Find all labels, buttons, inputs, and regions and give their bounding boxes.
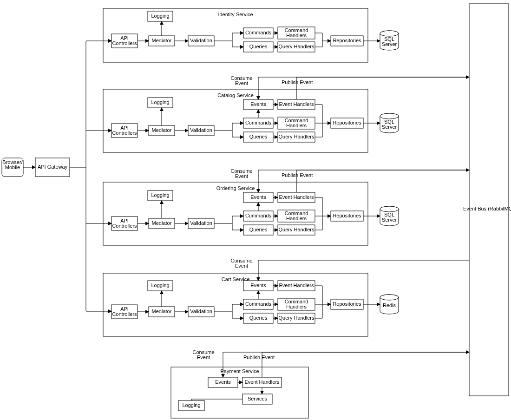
svg-text:Event Handlers: Event Handlers (279, 282, 314, 288)
svg-text:Queries: Queries (249, 315, 268, 321)
svg-text:Mediator: Mediator (152, 308, 172, 314)
svg-text:Queries: Queries (249, 227, 268, 232)
svg-text:ConsumeEvent: ConsumeEvent (230, 168, 252, 178)
svg-text:CommandHandlers: CommandHandlers (285, 117, 308, 128)
svg-text:CommandHandlers: CommandHandlers (285, 27, 308, 38)
svg-text:Query Handlers: Query Handlers (278, 227, 314, 232)
svg-text:Events: Events (250, 282, 266, 288)
identity-title: Identity Service (218, 12, 253, 17)
ordering-sql-server: SQLServer (380, 206, 399, 226)
svg-point-24 (380, 113, 399, 119)
svg-text:CommandHandlers: CommandHandlers (285, 298, 308, 309)
catalog-consume-label: ConsumeEvent (230, 75, 252, 85)
svg-text:Commands: Commands (245, 120, 272, 125)
catalog-sql-server: SQLServer (380, 113, 399, 133)
svg-text:Commands: Commands (245, 30, 272, 35)
api-gateway-label: API Gateway (38, 164, 68, 170)
svg-text:Repositories: Repositories (333, 120, 361, 125)
svg-text:Commands: Commands (245, 301, 272, 307)
catalog-title: Catalog Service (217, 92, 254, 98)
catalog-publish-label: Publish Event (282, 79, 313, 85)
svg-point-10 (380, 31, 399, 36)
ordering-container (103, 182, 368, 245)
svg-text:Queries: Queries (249, 44, 268, 49)
svg-text:Logging: Logging (151, 282, 169, 288)
cart-service-group: Cart Service APIControllers Mediator Log… (86, 257, 469, 336)
svg-text:Mediator: Mediator (152, 220, 172, 226)
svg-text:Event Handlers: Event Handlers (279, 101, 314, 107)
svg-text:Validation: Validation (190, 127, 212, 133)
svg-text:Mediator: Mediator (152, 127, 172, 133)
svg-text:Query Handlers: Query Handlers (278, 44, 314, 49)
svg-text:Event Handlers: Event Handlers (244, 379, 280, 385)
svg-text:Repositories: Repositories (333, 301, 361, 307)
svg-text:Validation: Validation (190, 38, 212, 43)
ordering-service-group: Ordering Service APIControllers Mediator… (86, 168, 469, 245)
svg-text:Events: Events (215, 379, 231, 385)
cart-redis: Redis (380, 295, 399, 314)
identity-sql-server: SQLServer (380, 31, 399, 50)
payment-service-group: Payment Service Events Event Handlers Se… (171, 349, 469, 418)
browser-label: Browser/Mobile (2, 159, 23, 170)
catalog-container (103, 89, 368, 152)
svg-text:Commands: Commands (245, 213, 272, 218)
svg-text:Publish Event: Publish Event (243, 354, 275, 360)
event-bus-node (469, 4, 509, 396)
svg-text:Query Handlers: Query Handlers (278, 134, 314, 139)
svg-text:Redis: Redis (383, 302, 396, 308)
svg-point-76 (380, 295, 399, 300)
svg-text:ConsumeEvent: ConsumeEvent (192, 349, 214, 360)
svg-text:Validation: Validation (190, 308, 212, 314)
svg-text:Queries: Queries (249, 134, 268, 139)
svg-text:Events: Events (250, 194, 266, 200)
svg-text:Event Handlers: Event Handlers (279, 194, 314, 200)
svg-text:Publish Event: Publish Event (282, 172, 313, 178)
payment-title: Payment Service (220, 368, 259, 374)
svg-text:Repositories: Repositories (333, 38, 361, 43)
svg-text:Repositories: Repositories (333, 213, 361, 218)
event-bus-label: Event Bus (RabbitMQ) (463, 206, 511, 211)
identity-service-group: Identity Service APIControllers Mediator… (86, 8, 399, 62)
svg-point-49 (380, 206, 399, 212)
svg-text:Logging: Logging (182, 402, 200, 408)
svg-text:Mediator: Mediator (152, 38, 172, 43)
svg-text:CommandHandlers: CommandHandlers (285, 210, 308, 221)
ordering-title: Ordering Service (216, 185, 255, 191)
svg-text:Logging: Logging (151, 13, 169, 19)
svg-text:Events: Events (250, 101, 266, 107)
svg-text:Query Handlers: Query Handlers (278, 315, 314, 321)
catalog-service-group: Catalog Service APIControllers Mediator … (86, 75, 469, 152)
svg-text:Validation: Validation (190, 220, 212, 226)
svg-text:ConsumeEvent: ConsumeEvent (230, 257, 252, 268)
svg-text:Logging: Logging (151, 192, 169, 198)
svg-text:Logging: Logging (151, 99, 169, 105)
cart-container (103, 273, 368, 336)
svg-text:Services: Services (248, 396, 268, 401)
